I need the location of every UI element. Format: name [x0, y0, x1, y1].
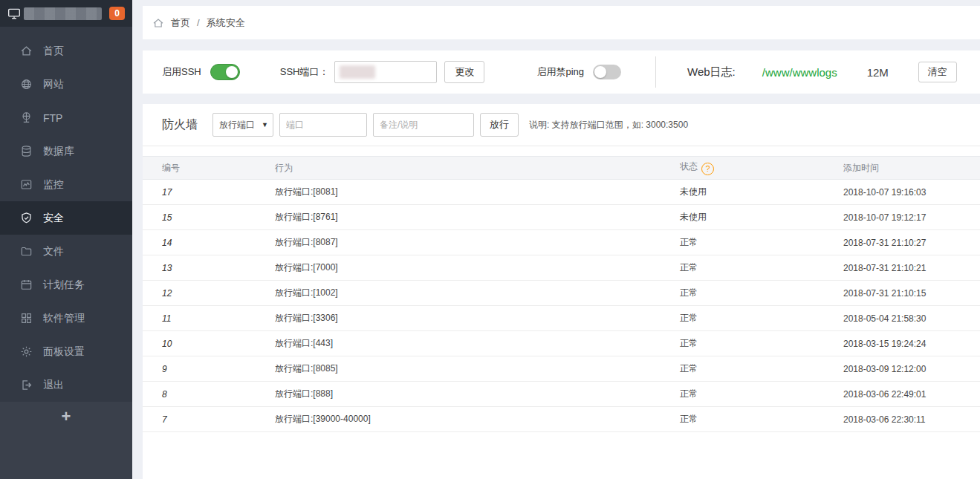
row-status-cell: 正常 [680, 407, 843, 432]
sidebar-item-database[interactable]: 数据库 [0, 134, 132, 168]
table-row: 17放行端口:[8081]未使用2018-10-07 19:16:03 [143, 180, 980, 205]
row-id-cell: 15 [143, 205, 275, 230]
change-port-button[interactable]: 更改 [444, 61, 484, 83]
status-help-icon[interactable]: ? [701, 163, 714, 175]
row-status-cell: 正常 [680, 255, 843, 281]
row-status-cell: 正常 [680, 281, 843, 306]
sidebar-item-label: FTP [43, 112, 62, 124]
sidebar-item-cron[interactable]: 计划任务 [0, 268, 132, 302]
weblog-path-link[interactable]: /www/wwwlogs [762, 66, 837, 79]
monitor-logo-icon [7, 7, 21, 20]
table-row: 10放行端口:[443]正常2018-03-15 19:24:24 [143, 331, 980, 356]
message-count-badge[interactable]: 0 [109, 7, 125, 20]
sidebar-item-monitor[interactable]: 监控 [0, 168, 132, 201]
row-time-cell: 2018-10-07 19:12:17 [843, 205, 980, 230]
sidebar-item-security[interactable]: 安全 [0, 201, 132, 235]
row-time-cell: 2018-03-06 22:30:11 [843, 407, 980, 432]
calendar-icon [20, 278, 33, 291]
ssh-settings-bar: 启用SSH SSH端口： 更改 启用禁ping Web日志: /www/wwwl… [143, 50, 980, 94]
row-time-cell: 2018-10-07 19:16:03 [843, 180, 980, 205]
row-action-cell: 放行端口:[7000] [275, 255, 680, 281]
sidebar-item-files[interactable]: 文件 [0, 235, 132, 268]
sidebar-item-label: 软件管理 [43, 312, 85, 325]
breadcrumb-home-link[interactable]: 首页 [171, 16, 190, 30]
sidebar-item-ftp[interactable]: FTP [0, 101, 132, 134]
clear-log-button[interactable]: 清空 [918, 62, 957, 82]
sidebar-item-logout[interactable]: 退出 [0, 368, 132, 402]
sidebar-header: 0 [0, 0, 132, 27]
redacted-ssh-port-value [340, 65, 375, 79]
breadcrumb-current: 系统安全 [207, 16, 245, 30]
add-menu-button[interactable]: + [62, 406, 71, 427]
row-action-cell: 放行端口:[39000-40000] [275, 407, 680, 432]
row-id-cell: 10 [143, 331, 275, 356]
ssh-toggle[interactable] [210, 64, 240, 80]
row-action-cell: 放行端口:[888] [275, 382, 680, 407]
sidebar-item-home[interactable]: 首页 [0, 34, 132, 68]
note-input[interactable] [373, 113, 474, 137]
row-time-cell: 2018-07-31 21:10:15 [843, 281, 980, 306]
firewall-hint: 说明: 支持放行端口范围，如: 3000:3500 [529, 119, 688, 131]
rules-table: 编号 行为 状态? 添加时间 17放行端口:[8081]未使用2018-10-0… [143, 156, 980, 432]
disable-ping-label: 启用禁ping [536, 65, 584, 79]
row-status-cell: 正常 [680, 306, 843, 331]
sidebar-footer: + [0, 402, 132, 479]
sidebar-item-label: 首页 [43, 45, 64, 58]
port-input[interactable] [279, 113, 367, 137]
sidebar-item-label: 面板设置 [43, 345, 85, 359]
row-id-cell: 17 [143, 180, 275, 205]
monitor-icon [20, 178, 33, 191]
home-icon[interactable] [152, 17, 164, 29]
row-time-cell: 2018-07-31 21:10:21 [843, 255, 980, 281]
breadcrumb: 首页 / 系统安全 [143, 6, 980, 39]
firewall-title: 防火墙 [162, 117, 198, 133]
row-id-cell: 12 [143, 281, 275, 306]
sidebar: 0 首页网站FTP数据库监控安全文件计划任务软件管理面板设置退出 + [0, 0, 132, 479]
vertical-divider [655, 56, 656, 88]
row-action-cell: 放行端口:[3306] [275, 306, 680, 331]
globe-icon [20, 78, 33, 91]
rules-table-wrap: 编号 行为 状态? 添加时间 17放行端口:[8081]未使用2018-10-0… [143, 156, 980, 432]
firewall-panel: 防火墙 放行端口 ▼ 放行 说明: 支持放行端口范围，如: 3000:3500 … [143, 104, 980, 479]
ping-toggle[interactable] [593, 65, 621, 79]
row-status-cell: 正常 [680, 382, 843, 407]
row-action-cell: 放行端口:[8087] [275, 230, 680, 255]
table-header-row: 编号 行为 状态? 添加时间 [143, 157, 980, 180]
toggle-knob [226, 66, 238, 78]
sidebar-item-software[interactable]: 软件管理 [0, 302, 132, 335]
row-status-cell: 未使用 [680, 205, 843, 230]
row-time-cell: 2018-03-09 12:12:00 [843, 356, 980, 382]
col-status: 状态? [680, 157, 843, 180]
allow-button[interactable]: 放行 [480, 113, 519, 137]
table-row: 9放行端口:[8085]正常2018-03-09 12:12:00 [143, 356, 980, 382]
weblog-label: Web日志: [687, 65, 736, 79]
sidebar-menu: 首页网站FTP数据库监控安全文件计划任务软件管理面板设置退出 [0, 27, 132, 402]
col-action: 行为 [275, 157, 680, 180]
table-row: 15放行端口:[8761]未使用2018-10-07 19:12:17 [143, 205, 980, 230]
shield-icon [20, 212, 33, 224]
table-row: 12放行端口:[1002]正常2018-07-31 21:10:15 [143, 281, 980, 306]
row-id-cell: 8 [143, 382, 275, 407]
ssh-port-label: SSH端口： [280, 65, 329, 79]
row-status-cell: 正常 [680, 230, 843, 255]
row-status-cell: 正常 [680, 331, 843, 356]
sidebar-item-settings[interactable]: 面板设置 [0, 335, 132, 368]
col-id: 编号 [143, 157, 275, 180]
breadcrumb-separator: / [197, 17, 200, 28]
row-id-cell: 9 [143, 356, 275, 382]
row-action-cell: 放行端口:[8085] [275, 356, 680, 382]
firewall-controls: 防火墙 放行端口 ▼ 放行 说明: 支持放行端口范围，如: 3000:3500 [143, 104, 980, 146]
folder-icon [20, 245, 33, 258]
rule-type-select[interactable]: 放行端口 [212, 113, 273, 137]
sidebar-item-label: 安全 [43, 212, 64, 225]
grid-icon [20, 312, 33, 325]
row-action-cell: 放行端口:[1002] [275, 281, 680, 306]
row-time-cell: 2018-05-04 21:58:30 [843, 306, 980, 331]
toggle-knob [594, 66, 606, 78]
sidebar-item-label: 计划任务 [43, 278, 85, 292]
home-icon [20, 45, 33, 57]
row-action-cell: 放行端口:[8761] [275, 205, 680, 230]
row-time-cell: 2018-03-15 19:24:24 [843, 331, 980, 356]
sidebar-item-sites[interactable]: 网站 [0, 68, 132, 101]
col-time: 添加时间 [843, 157, 980, 180]
